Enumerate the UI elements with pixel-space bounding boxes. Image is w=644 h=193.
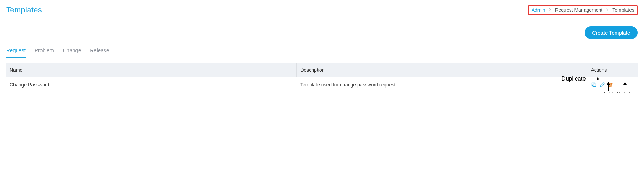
- chevron-right-icon: [549, 8, 551, 12]
- table-row: Change Password Template used for change…: [6, 77, 638, 93]
- th-actions: Actions: [587, 63, 638, 77]
- cell-name: Change Password: [6, 77, 297, 93]
- breadcrumb-admin[interactable]: Admin: [532, 7, 545, 13]
- th-description: Description: [297, 63, 587, 77]
- annotation-duplicate: Duplicate: [561, 75, 599, 82]
- tab-problem[interactable]: Problem: [35, 47, 54, 58]
- tab-request[interactable]: Request: [6, 47, 26, 58]
- breadcrumb-request-management[interactable]: Request Management: [555, 7, 602, 13]
- annotation-edit: Edit: [604, 82, 614, 93]
- annotation-delete: Delete: [617, 82, 634, 93]
- duplicate-icon[interactable]: [591, 82, 597, 88]
- breadcrumb: Admin Request Management Templates: [528, 5, 638, 15]
- breadcrumb-templates[interactable]: Templates: [612, 7, 634, 13]
- th-name: Name: [6, 63, 297, 77]
- tabs: Request Problem Change Release: [0, 39, 644, 58]
- tab-release[interactable]: Release: [90, 47, 109, 58]
- create-template-button[interactable]: Create Template: [585, 26, 638, 39]
- svg-rect-1: [593, 84, 596, 87]
- page-title: Templates: [6, 6, 42, 15]
- chevron-right-icon: [606, 8, 609, 12]
- cell-description: Template used for change password reques…: [297, 77, 587, 93]
- templates-table: Name Description Actions Change Password…: [6, 63, 638, 93]
- tab-change[interactable]: Change: [63, 47, 81, 58]
